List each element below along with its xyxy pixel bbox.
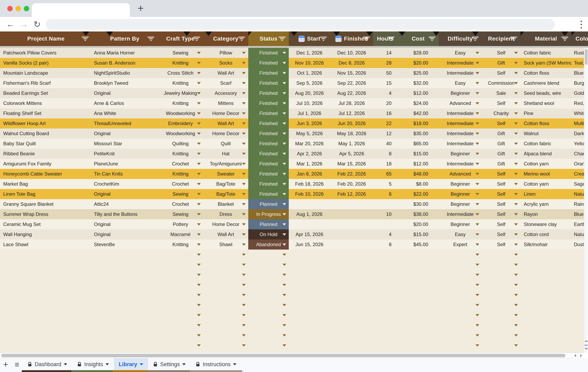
dropdown-arrow-icon[interactable] <box>514 233 518 236</box>
cell-finished[interactable]: Mar 15, 2026 <box>330 159 373 169</box>
cell-finished[interactable] <box>330 260 373 270</box>
chevron-down-icon[interactable] <box>64 363 67 365</box>
cell-difficulty[interactable] <box>439 250 482 260</box>
cell-difficulty[interactable]: Expert <box>439 240 482 250</box>
cell-start[interactable] <box>289 310 330 320</box>
cell-start[interactable]: Aug 20, 2026 <box>289 88 330 98</box>
dropdown-arrow-icon[interactable] <box>514 52 518 54</box>
dropdown-arrow-icon[interactable] <box>197 274 201 276</box>
browser-tab[interactable] <box>32 3 130 17</box>
cell-hours[interactable]: 14 <box>373 48 398 58</box>
cell-material[interactable]: Shetland wool <box>521 98 571 108</box>
dropdown-arrow-icon[interactable] <box>283 143 286 145</box>
cell-finished[interactable]: Feb 22, 2026 <box>330 169 373 179</box>
cell-material[interactable]: Acrylic yarn <box>521 199 571 209</box>
filter-icon[interactable] <box>278 37 286 41</box>
scroll-right-button[interactable] <box>578 353 584 359</box>
cell-material[interactable] <box>521 290 571 300</box>
cell-hours[interactable]: 8 <box>373 149 398 159</box>
cell-material[interactable]: Cotton floss <box>521 68 571 78</box>
cell-recipient[interactable] <box>482 330 521 340</box>
cell-pattern[interactable] <box>92 290 158 300</box>
cell-project[interactable]: Linen Tote Bag <box>0 189 92 199</box>
cell-category[interactable]: Bag/Tote <box>203 189 248 199</box>
cell-category[interactable]: Wall Art <box>203 68 248 78</box>
dropdown-arrow-icon[interactable] <box>197 122 201 125</box>
cell-status[interactable]: Finished <box>248 139 289 149</box>
cell-finished[interactable]: Aug 22, 2026 <box>330 88 373 98</box>
cell-finished[interactable] <box>330 250 373 260</box>
cell-cost[interactable]: $42.00 <box>398 108 439 118</box>
cell-difficulty[interactable] <box>439 280 482 290</box>
cell-material[interactable]: Cotton yarn <box>521 179 571 189</box>
cell-craft[interactable]: Crochet <box>158 159 203 169</box>
cell-project[interactable]: Granny Square Blanket <box>0 199 92 209</box>
dropdown-arrow-icon[interactable] <box>283 334 286 337</box>
dropdown-arrow-icon[interactable] <box>283 52 286 54</box>
cell-craft[interactable]: Cross Stitch <box>158 68 203 78</box>
dropdown-arrow-icon[interactable] <box>283 254 286 256</box>
dropdown-arrow-icon[interactable] <box>476 324 479 326</box>
cell-material[interactable]: Alpaca blend <box>521 149 571 159</box>
cell-cost[interactable] <box>398 330 439 340</box>
cell-category[interactable] <box>203 270 248 280</box>
cell-recipient[interactable]: Self <box>482 199 521 209</box>
cell-recipient[interactable]: Commission <box>482 78 521 88</box>
dropdown-arrow-icon[interactable] <box>242 92 246 94</box>
cell-recipient[interactable]: Self <box>482 68 521 78</box>
column-header-finished[interactable]: Finished <box>330 32 373 46</box>
cell-craft[interactable]: Sewing <box>158 48 203 58</box>
cell-finished[interactable] <box>330 300 373 310</box>
cell-cost[interactable] <box>398 280 439 290</box>
cell-hours[interactable] <box>373 300 398 310</box>
vertical-scrollbar-thumb[interactable] <box>585 49 588 65</box>
cell-finished[interactable]: Nov 15, 2026 <box>330 68 373 78</box>
dropdown-arrow-icon[interactable] <box>242 203 246 205</box>
cell-finished[interactable] <box>330 340 373 350</box>
cell-finished[interactable]: Dec 10, 2026 <box>330 48 373 58</box>
dropdown-arrow-icon[interactable] <box>514 203 518 205</box>
dropdown-arrow-icon[interactable] <box>476 173 479 175</box>
filter-icon[interactable] <box>387 37 395 41</box>
dropdown-arrow-icon[interactable] <box>283 324 286 326</box>
dropdown-arrow-icon[interactable] <box>476 254 479 256</box>
dropdown-arrow-icon[interactable] <box>476 284 479 286</box>
cell-craft[interactable]: Knitting <box>158 149 203 159</box>
cell-pattern[interactable]: Tin Can Knits <box>92 169 158 179</box>
scroll-left-button[interactable] <box>572 353 578 359</box>
cell-recipient[interactable]: Self <box>482 209 521 219</box>
cell-cost[interactable] <box>398 290 439 300</box>
dropdown-arrow-icon[interactable] <box>283 233 286 236</box>
dropdown-arrow-icon[interactable] <box>242 143 246 145</box>
cell-start[interactable]: Feb 18, 2026 <box>289 179 330 189</box>
horizontal-scrollbar[interactable] <box>0 353 584 358</box>
cell-material[interactable]: Walnut <box>521 129 571 139</box>
cell-recipient[interactable] <box>482 300 521 310</box>
cell-recipient[interactable] <box>482 260 521 270</box>
cell-status[interactable] <box>248 300 289 310</box>
dropdown-arrow-icon[interactable] <box>514 223 518 226</box>
dropdown-arrow-icon[interactable] <box>514 122 518 125</box>
cell-recipient[interactable]: Self <box>482 189 521 199</box>
cell-recipient[interactable] <box>482 250 521 260</box>
dropdown-arrow-icon[interactable] <box>514 314 518 316</box>
dropdown-arrow-icon[interactable] <box>514 304 518 306</box>
cell-category[interactable] <box>203 250 248 260</box>
cell-hours[interactable]: 22 <box>373 118 398 129</box>
filter-icon[interactable] <box>510 37 518 41</box>
cell-hours[interactable]: 6 <box>373 189 398 199</box>
cell-difficulty[interactable]: Advanced <box>439 169 482 179</box>
cell-category[interactable] <box>203 290 248 300</box>
cell-cost[interactable]: $48.00 <box>398 169 439 179</box>
dropdown-arrow-icon[interactable] <box>514 102 518 105</box>
dropdown-arrow-icon[interactable] <box>514 62 518 64</box>
cell-material[interactable]: Seed beads, wire <box>521 88 571 98</box>
cell-recipient[interactable] <box>482 270 521 280</box>
cell-recipient[interactable]: Gift <box>482 159 521 169</box>
cell-difficulty[interactable]: Beginner <box>439 149 482 159</box>
cell-cost[interactable]: $65.00 <box>398 139 439 149</box>
cell-finished[interactable]: Apr 5, 2026 <box>330 149 373 159</box>
dropdown-arrow-icon[interactable] <box>242 122 246 125</box>
cell-craft[interactable]: Knitting <box>158 58 203 68</box>
cell-project[interactable]: Fisherman's Rib Scarf <box>0 78 92 88</box>
